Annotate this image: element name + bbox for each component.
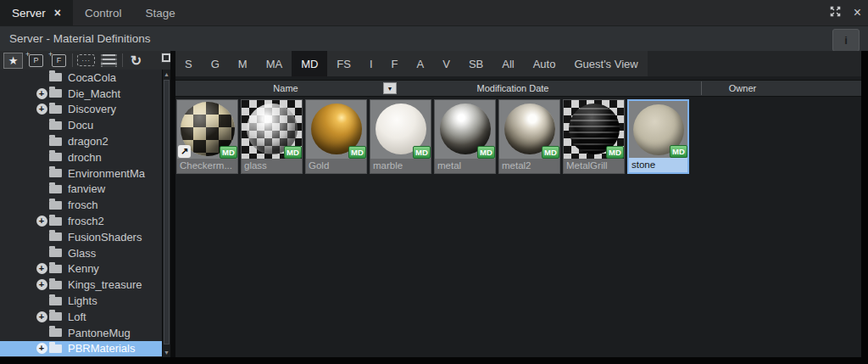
md-badge: MD — [670, 145, 687, 158]
material-name: stone — [629, 158, 687, 172]
expand-plus-icon[interactable] — [36, 311, 47, 322]
scroll-down-arrow-icon[interactable]: ▼ — [163, 348, 170, 357]
tree-item-label: dragon2 — [68, 135, 108, 148]
window-tab[interactable]: Stage × — [133, 0, 186, 25]
tree-item[interactable]: PBRMaterials — [0, 341, 162, 357]
window-tab-bar: Server × Control × Stage × — [0, 0, 868, 25]
folder-icon — [49, 153, 62, 161]
material-tile[interactable]: MD MetalGrill — [563, 99, 625, 174]
tree-item[interactable]: Kings_treasure — [0, 277, 162, 293]
expand-icon[interactable] — [829, 5, 842, 21]
material-tile[interactable]: MD metal — [434, 99, 496, 174]
filter-tab[interactable]: FS — [327, 51, 360, 76]
folder-icon — [49, 105, 62, 114]
md-badge: MD — [220, 146, 237, 159]
window-tab[interactable]: Server × — [0, 0, 73, 25]
favorites-star-button[interactable] — [3, 53, 23, 69]
add-file-button[interactable]: F — [49, 53, 69, 69]
column-dropdown-button[interactable] — [383, 82, 397, 94]
tree-item[interactable]: Lights — [0, 293, 162, 309]
expand-plus-icon[interactable] — [36, 216, 47, 227]
material-thumbnail: MD — [629, 101, 687, 158]
column-header-modification-date[interactable]: Modification Date — [445, 81, 581, 96]
material-editor-window: { "top_tabs": { "items": [ {"label": "Se… — [0, 0, 868, 364]
column-header-owner[interactable]: Owner — [675, 81, 810, 96]
filter-tab[interactable]: M — [229, 51, 257, 76]
filter-tab[interactable]: All — [492, 51, 523, 76]
expand-plus-icon[interactable] — [36, 279, 47, 290]
material-thumbnail: MD — [242, 100, 302, 159]
tree-item[interactable]: CocaCola — [0, 70, 162, 86]
filter-tab-label: FS — [337, 58, 351, 70]
folder-icon — [49, 137, 62, 146]
material-thumbnail: MD — [564, 100, 624, 159]
tree-item[interactable]: dragon2 — [0, 133, 162, 149]
tree-item[interactable]: drochn — [0, 149, 162, 165]
filter-tab[interactable]: Guest's View — [565, 51, 647, 76]
tree-item[interactable]: frosch — [0, 197, 162, 213]
refresh-button[interactable] — [126, 53, 146, 69]
material-tile[interactable]: MD glass — [241, 99, 303, 174]
material-thumbnail: MD — [177, 100, 237, 159]
tab-close-icon[interactable]: × — [54, 7, 61, 19]
filter-tab[interactable]: SB — [459, 51, 492, 76]
material-tile[interactable]: MD metal2 — [498, 99, 560, 174]
tree-item-label: Loft — [68, 311, 86, 323]
tree-item[interactable]: Die_Macht — [0, 86, 162, 102]
add-project-button[interactable]: P — [26, 53, 46, 69]
filter-tab[interactable]: V — [433, 51, 459, 76]
column-header-name[interactable]: Name — [226, 81, 345, 96]
material-name: Checkerm... — [177, 159, 237, 173]
tree-item[interactable]: frosch2 — [0, 213, 162, 229]
tree-item[interactable]: fanview — [0, 182, 162, 198]
tree-item-label: fanview — [68, 182, 105, 195]
filter-tab-label: MD — [301, 58, 318, 70]
material-browser-panel: S G M MA MD FS — [175, 51, 861, 357]
tree-item-label: frosch2 — [68, 215, 104, 227]
expand-plus-icon[interactable] — [36, 104, 47, 115]
expand-plus-icon[interactable] — [36, 263, 47, 274]
filter-tab-label: M — [238, 58, 248, 70]
tree-item[interactable]: PantoneMug — [0, 325, 162, 341]
filter-tab[interactable]: MD — [292, 51, 327, 76]
tree-scrollbar[interactable]: ▲ ▼ — [162, 70, 170, 357]
toolbar-divider — [72, 53, 73, 67]
tree-item-label: Die_Macht — [68, 87, 120, 100]
tree-item-label: Glass — [68, 247, 96, 260]
info-button[interactable]: i — [832, 29, 860, 52]
filter-tab[interactable]: Auto — [524, 51, 565, 76]
tree-item[interactable]: Loft — [0, 309, 162, 325]
list-view-button[interactable] — [99, 53, 119, 69]
tree-item[interactable]: Discovery — [0, 102, 162, 118]
expand-plus-icon[interactable] — [36, 88, 47, 99]
tree-item-label: FusionShaders — [68, 231, 142, 244]
tree-item[interactable]: Glass — [0, 245, 162, 261]
filter-tab[interactable]: G — [202, 51, 229, 76]
filter-tab[interactable]: F — [382, 51, 408, 76]
tree-item[interactable]: FusionShaders — [0, 229, 162, 245]
add-file-icon: F — [52, 54, 66, 67]
window-tab[interactable]: Control × — [73, 0, 134, 25]
add-project-icon: P — [29, 54, 43, 67]
material-tile[interactable]: MD Checkerm... — [176, 99, 238, 174]
tree-item[interactable]: Docu — [0, 117, 162, 133]
filter-tab[interactable]: A — [408, 51, 434, 76]
material-tile[interactable]: MD Gold — [305, 99, 367, 174]
filter-tab[interactable]: S — [175, 51, 202, 76]
tree-item-label: PantoneMug — [68, 327, 131, 339]
material-thumbnail: MD — [435, 100, 495, 159]
scrollbar-thumb[interactable] — [164, 80, 170, 344]
scroll-up-arrow-icon[interactable]: ▲ — [163, 70, 170, 79]
material-tile[interactable]: MD marble — [370, 99, 431, 174]
selection-mode-button[interactable] — [76, 53, 96, 69]
folder-icon — [49, 185, 62, 193]
folder-icon — [49, 265, 62, 273]
filter-tab[interactable]: MA — [257, 51, 292, 76]
folder-icon — [49, 344, 62, 353]
material-tile[interactable]: MD stone — [627, 99, 689, 174]
filter-tab[interactable]: I — [360, 51, 382, 76]
tree-item[interactable]: Kenny — [0, 261, 162, 277]
close-icon[interactable]: × — [854, 6, 861, 20]
expand-plus-icon[interactable] — [36, 343, 47, 354]
tree-item[interactable]: EnvironmentMa — [0, 165, 162, 182]
